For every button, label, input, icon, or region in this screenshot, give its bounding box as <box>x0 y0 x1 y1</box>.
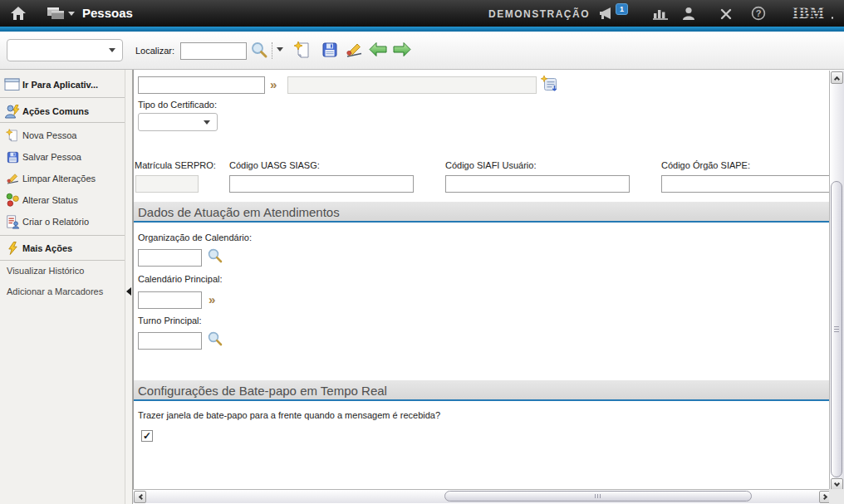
environment-label: DEMONSTRAÇÃO <box>488 8 590 20</box>
matricula-serpro-label: Matrícula SERPRO: <box>135 160 216 170</box>
top-navigation-bar: Pessoas DEMONSTRAÇÃO 1 ? <box>0 0 844 27</box>
toolbar-separator <box>272 42 272 59</box>
app-title: Pessoas <box>82 6 133 20</box>
application-window-icon <box>2 78 22 91</box>
chat-question-label: Trazer janela de bate-papo para a frente… <box>138 410 440 420</box>
svg-text:IBM: IBM <box>792 5 825 22</box>
matricula-serpro-input <box>135 175 199 193</box>
main-content: » Tipo do Certificado: Matrícula SERPRO:… <box>133 70 829 489</box>
scroll-left-button[interactable] <box>134 491 146 503</box>
codigo-uasg-label: Código UASG SIASG: <box>229 160 320 170</box>
person-id-input[interactable] <box>138 76 265 94</box>
find-label: Localizar: <box>135 46 174 56</box>
section-header-chat: Configurações de Bate-papo em Tempo Real <box>134 380 829 401</box>
sidebar-item-label: Salvar Pessoa <box>22 152 81 162</box>
go-to-applications-icon[interactable] <box>47 7 75 20</box>
certificate-type-label: Tipo do Certificado: <box>138 100 217 110</box>
search-options-caret-icon[interactable] <box>277 47 283 51</box>
bulletin-megaphone-icon[interactable] <box>598 7 616 20</box>
previous-record-icon[interactable] <box>368 42 388 57</box>
sidebar-item-criar-relatorio[interactable]: Criar o Relatório <box>0 211 125 232</box>
detail-menu-icon[interactable] <box>540 75 558 93</box>
sidebar-item-label: Ir Para Aplicativ... <box>22 80 98 90</box>
sidebar-item-alterar-status[interactable]: Alterar Status <box>0 189 125 211</box>
sidebar-header-label: Mais Ações <box>22 243 72 253</box>
organizacao-calendario-label: Organização de Calendário: <box>138 232 252 242</box>
turno-principal-input[interactable] <box>138 332 202 350</box>
sidebar-item-visualizar-historico[interactable]: Visualizar Histórico <box>7 266 84 276</box>
codigo-siafi-input[interactable] <box>445 175 630 193</box>
sidebar-divider <box>0 260 125 261</box>
sidebar-item-label: Alterar Status <box>22 195 78 205</box>
sidebar-item-limpar-alteracoes[interactable]: Limpar Alterações <box>0 168 125 189</box>
profile-person-icon[interactable] <box>681 6 696 21</box>
organizacao-calendario-input[interactable] <box>138 249 202 267</box>
sidebar-header-more-actions: Mais Ações <box>0 237 125 259</box>
save-icon <box>2 150 22 164</box>
codigo-uasg-input[interactable] <box>229 175 414 193</box>
calendario-principal-label: Calendário Principal: <box>138 274 223 284</box>
clear-changes-icon <box>2 171 22 186</box>
sidebar-divider <box>0 122 125 123</box>
sidebar-collapse-icon[interactable] <box>126 287 131 296</box>
new-record-icon[interactable] <box>292 40 312 60</box>
notification-badge: 1 <box>616 3 628 15</box>
home-icon[interactable] <box>10 6 27 21</box>
sidebar-item-label: Limpar Alterações <box>22 174 96 183</box>
sidebar-header-label: Ações Comuns <box>22 106 89 116</box>
sign-out-close-icon[interactable] <box>719 7 733 21</box>
sidebar-item-go-to-applications[interactable]: Ir Para Aplicativ... <box>0 74 125 95</box>
ibm-logo: IBM <box>792 5 837 22</box>
search-icon[interactable] <box>250 41 268 59</box>
sidebar-item-adicionar-marcadores[interactable]: Adicionar a Marcadores <box>7 286 103 296</box>
lookup-icon[interactable] <box>207 247 223 264</box>
record-select[interactable] <box>7 39 123 61</box>
vertical-scrollbar[interactable] <box>829 71 844 492</box>
sidebar-divider <box>0 235 125 236</box>
sidebar-item-salvar-pessoa[interactable]: Salvar Pessoa <box>0 146 125 168</box>
find-input[interactable] <box>180 42 247 60</box>
next-record-icon[interactable] <box>392 42 412 57</box>
new-record-icon <box>2 128 22 143</box>
common-actions-icon <box>2 104 22 119</box>
certificate-type-select[interactable] <box>138 113 218 131</box>
horizontal-scroll-thumb[interactable] <box>444 491 752 502</box>
horizontal-scrollbar[interactable] <box>133 489 832 503</box>
sidebar-header-common-actions: Ações Comuns <box>0 100 125 122</box>
lightning-icon <box>2 241 22 256</box>
chevron-down-icon <box>109 48 115 52</box>
chevron-down-icon <box>204 120 210 125</box>
checkmark-icon: ✓ <box>143 431 151 441</box>
select-value-chevrons-icon[interactable]: » <box>209 293 215 306</box>
chat-foreground-checkbox[interactable]: ✓ <box>141 430 153 442</box>
reports-chart-icon[interactable] <box>652 7 669 20</box>
select-value-chevrons-icon[interactable]: » <box>270 78 277 91</box>
turno-principal-label: Turno Principal: <box>138 316 202 325</box>
person-name-display <box>287 76 537 94</box>
help-icon[interactable]: ? <box>751 6 766 21</box>
svg-text:?: ? <box>756 8 762 18</box>
sidebar-gutter <box>125 70 132 504</box>
save-icon[interactable] <box>321 41 339 59</box>
sidebar-divider <box>0 97 125 98</box>
sidebar: Ir Para Aplicativ... Ações Comuns <box>0 70 133 504</box>
codigo-siape-input[interactable] <box>661 175 829 193</box>
sidebar-item-label: Nova Pessoa <box>22 130 76 140</box>
chevron-down-icon <box>68 12 75 16</box>
calendario-principal-input[interactable] <box>138 291 202 309</box>
record-toolbar: Localizar: <box>0 32 844 70</box>
codigo-siafi-label: Código SIAFI Usuário: <box>445 160 536 170</box>
lookup-icon[interactable] <box>207 330 223 347</box>
sidebar-item-label: Criar o Relatório <box>22 217 89 227</box>
scrollbar-corner <box>829 489 844 504</box>
vertical-scroll-thumb[interactable] <box>831 181 842 477</box>
create-report-icon <box>2 214 22 229</box>
application-window: Pessoas DEMONSTRAÇÃO 1 ? <box>0 0 844 504</box>
sidebar-item-nova-pessoa[interactable]: Nova Pessoa <box>0 125 125 146</box>
section-header-atendimentos: Dados de Atuação em Atendimentos <box>134 202 829 223</box>
codigo-siape-label: Código Órgão SIAPE: <box>661 160 750 170</box>
change-status-icon <box>2 193 22 208</box>
clear-changes-icon[interactable] <box>344 40 364 60</box>
scroll-up-button[interactable] <box>831 71 843 84</box>
